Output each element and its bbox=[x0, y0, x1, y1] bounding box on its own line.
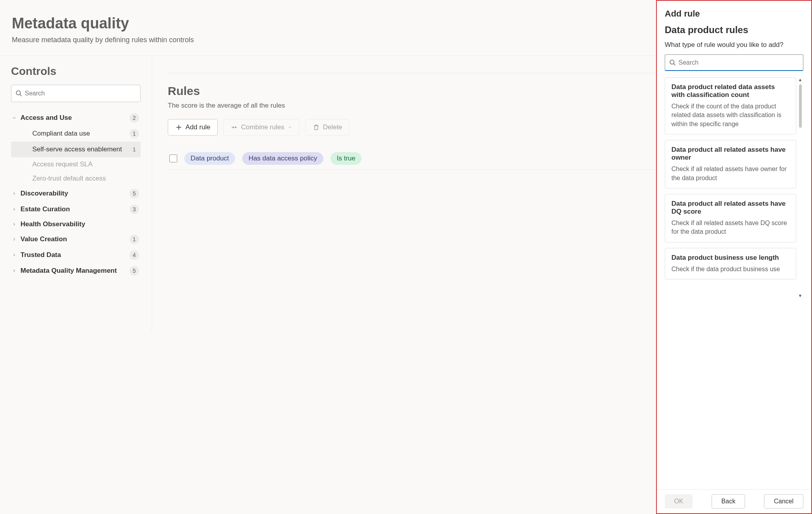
back-button[interactable]: Back bbox=[712, 494, 745, 508]
chevron-right-icon bbox=[11, 268, 17, 273]
scroll-down-icon[interactable]: ▼ bbox=[798, 293, 803, 298]
tree-group-label: Discoverability bbox=[20, 190, 68, 197]
rule-tag: Is true bbox=[330, 152, 362, 165]
tree-item-label: Access request SLA bbox=[32, 160, 93, 168]
count-badge: 1 bbox=[130, 145, 139, 154]
svg-point-4 bbox=[670, 60, 674, 64]
rule-tag: Has data access policy bbox=[242, 152, 323, 165]
panel-scrollbar[interactable]: ▲ ▼ bbox=[797, 77, 803, 298]
rule-option-desc: Check if the data product business use bbox=[671, 265, 790, 274]
panel-prompt: What type of rule would you like to add? bbox=[665, 41, 803, 49]
panel-search-input[interactable] bbox=[679, 59, 799, 66]
tree-group-label: Estate Curation bbox=[20, 205, 70, 213]
tree-item-label: Self-serve access enablement bbox=[32, 145, 122, 153]
combine-rules-button: Combine rules bbox=[223, 119, 300, 136]
tree-group-mqm[interactable]: Metadata Quality Management5 bbox=[11, 263, 141, 279]
rule-option-card[interactable]: Data product all related assets have DQ … bbox=[665, 194, 796, 242]
search-icon bbox=[669, 59, 676, 66]
count-badge: 3 bbox=[130, 205, 139, 214]
rule-option-card[interactable]: Data product related data assets with cl… bbox=[665, 77, 796, 134]
chevron-right-icon bbox=[11, 222, 17, 227]
cancel-button[interactable]: Cancel bbox=[764, 494, 803, 508]
tree-group-label: Health Observability bbox=[20, 220, 85, 228]
combine-rules-label: Combine rules bbox=[241, 123, 284, 131]
delete-label: Delete bbox=[323, 123, 342, 131]
count-badge: 5 bbox=[130, 266, 139, 276]
tree-group-health[interactable]: Health Observability bbox=[11, 217, 141, 231]
tree-item-label: Zero-trust default access bbox=[32, 175, 106, 183]
trash-icon bbox=[313, 124, 320, 131]
tree-item-label: Compliant data use bbox=[32, 130, 90, 138]
tree-item-sla: Access request SLA bbox=[11, 157, 141, 171]
panel-subtitle: Data product rules bbox=[665, 24, 803, 35]
rule-option-title: Data product business use length bbox=[671, 254, 790, 262]
controls-search-input[interactable] bbox=[25, 90, 136, 97]
add-rule-panel: Add rule Data product rules What type of… bbox=[656, 0, 812, 514]
rule-option-title: Data product all related assets have DQ … bbox=[671, 200, 790, 216]
tree-item-zerotrust: Zero-trust default access bbox=[11, 171, 141, 186]
chevron-right-icon bbox=[11, 253, 17, 257]
tree-group-value[interactable]: Value Creation1 bbox=[11, 231, 141, 247]
chevron-down-icon bbox=[287, 125, 292, 130]
panel-options: Data product related data assets with cl… bbox=[665, 77, 803, 298]
count-badge: 4 bbox=[130, 250, 139, 260]
tree-group-label: Value Creation bbox=[20, 235, 67, 243]
controls-sidebar: Controls Access and Use2Compliant data u… bbox=[0, 56, 152, 331]
chevron-right-icon bbox=[11, 207, 17, 212]
svg-line-1 bbox=[20, 94, 22, 96]
delete-button: Delete bbox=[305, 119, 350, 136]
tree-item-compliant[interactable]: Compliant data use1 bbox=[11, 126, 141, 142]
rule-option-desc: Check if the count of the data product r… bbox=[671, 102, 790, 128]
chevron-right-icon bbox=[11, 237, 17, 242]
tree-item-selfserve[interactable]: Self-serve access enablement1 bbox=[11, 142, 141, 157]
controls-search[interactable] bbox=[11, 85, 141, 102]
count-badge: 1 bbox=[130, 235, 139, 244]
add-rule-button[interactable]: Add rule bbox=[168, 119, 218, 136]
plus-icon bbox=[175, 124, 182, 131]
controls-title: Controls bbox=[11, 65, 141, 78]
add-rule-label: Add rule bbox=[185, 123, 210, 131]
combine-icon bbox=[231, 124, 238, 131]
controls-tree: Access and Use2Compliant data use1Self-s… bbox=[11, 110, 141, 279]
rule-option-title: Data product all related assets have own… bbox=[671, 146, 790, 162]
tree-group-label: Trusted Data bbox=[20, 251, 61, 259]
rule-option-card[interactable]: Data product all related assets have own… bbox=[665, 140, 796, 188]
svg-line-5 bbox=[673, 63, 675, 65]
search-icon bbox=[15, 90, 22, 97]
chevron-right-icon bbox=[11, 191, 17, 196]
ok-button: OK bbox=[665, 494, 693, 508]
tree-group-access-use[interactable]: Access and Use2 bbox=[11, 110, 141, 126]
rule-tag: Data product bbox=[184, 152, 235, 165]
rule-option-desc: Check if all related assets have owner f… bbox=[671, 165, 790, 183]
count-badge: 1 bbox=[130, 129, 139, 138]
tree-group-trust[interactable]: Trusted Data4 bbox=[11, 247, 141, 263]
rule-option-desc: Check if all related assets have DQ scor… bbox=[671, 219, 790, 237]
count-badge: 5 bbox=[130, 189, 139, 198]
rule-option-title: Data product related data assets with cl… bbox=[671, 83, 790, 99]
tree-group-estate[interactable]: Estate Curation3 bbox=[11, 201, 141, 217]
rule-checkbox[interactable] bbox=[169, 155, 177, 162]
scroll-thumb[interactable] bbox=[799, 84, 802, 128]
tree-group-disc[interactable]: Discoverability5 bbox=[11, 186, 141, 201]
tree-group-label: Access and Use bbox=[20, 114, 72, 122]
tree-group-label: Metadata Quality Management bbox=[20, 267, 117, 275]
scroll-up-icon[interactable]: ▲ bbox=[798, 77, 803, 82]
panel-footer: OK Back Cancel bbox=[657, 489, 811, 513]
count-badge: 2 bbox=[130, 113, 139, 123]
svg-point-0 bbox=[16, 91, 20, 95]
panel-search[interactable] bbox=[665, 54, 803, 71]
panel-title: Add rule bbox=[665, 9, 803, 19]
chevron-down-icon bbox=[11, 115, 17, 120]
rule-option-card[interactable]: Data product business use lengthCheck if… bbox=[665, 248, 796, 279]
